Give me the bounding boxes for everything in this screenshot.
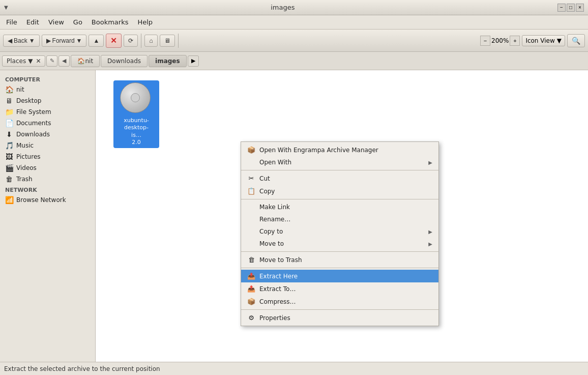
stop-icon: ✕ xyxy=(110,36,117,45)
ctx-make-link-label: Make Link xyxy=(259,204,290,211)
breadcrumb-nit-label: nit xyxy=(85,57,93,65)
home-button[interactable]: ⌂ xyxy=(144,35,157,47)
home-icon: 🏠 xyxy=(5,85,13,94)
minimize-button[interactable]: − xyxy=(557,4,566,12)
sidebar-item-trash-label: Trash xyxy=(16,176,33,183)
ctx-copy-to[interactable]: Copy to ▶ xyxy=(241,225,438,238)
network-icon: 📶 xyxy=(5,196,13,204)
breadcrumb-downloads[interactable]: Downloads xyxy=(101,55,148,67)
sidebar-item-music[interactable]: 🎵 Music xyxy=(0,140,95,151)
ctx-extract-here-label: Extract Here xyxy=(259,273,298,280)
ctx-properties[interactable]: ⚙ Properties xyxy=(241,311,438,324)
next-location-button[interactable]: ▶ xyxy=(188,55,199,67)
sidebar-item-nit[interactable]: 🏠 nit xyxy=(0,84,95,95)
sidebar-item-desktop-label: Desktop xyxy=(16,97,42,104)
breadcrumb-home-icon: 🏠 xyxy=(77,57,85,65)
home-icon: ⌂ xyxy=(149,37,153,44)
music-icon: 🎵 xyxy=(5,141,13,150)
forward-arrow-icon: ▶ xyxy=(46,37,51,44)
back-button[interactable]: ◀ Back ▼ xyxy=(3,35,40,47)
ctx-make-link[interactable]: Make Link xyxy=(241,201,438,213)
menubar-item-edit[interactable]: Edit xyxy=(22,17,43,27)
videos-icon: 🎬 xyxy=(5,164,13,172)
places-close-icon[interactable]: ✕ xyxy=(36,57,41,65)
zoom-value: 200% xyxy=(491,37,509,44)
ctx-separator-3 xyxy=(241,251,438,252)
forward-label: Forward xyxy=(52,37,75,44)
close-button[interactable]: × xyxy=(576,4,584,12)
filesystem-icon: 📁 xyxy=(5,108,13,116)
ctx-open-with-engrampa[interactable]: 📦 Open With Engrampa Archive Manager xyxy=(241,143,438,156)
file-item-xubuntu[interactable]: xubuntu-desktop-is…2.0 xyxy=(113,80,159,148)
view-select[interactable]: Icon View ▼ xyxy=(522,35,565,46)
back-label: Back xyxy=(14,37,27,44)
stop-button[interactable]: ✕ xyxy=(106,34,122,48)
sidebar-item-downloads[interactable]: ⬇ Downloads xyxy=(0,129,95,140)
sidebar-item-browse-network[interactable]: 📶 Browse Network xyxy=(0,194,95,206)
sidebar-item-pictures-label: Pictures xyxy=(16,153,41,160)
sidebar-item-music-label: Music xyxy=(16,142,34,149)
ctx-separator-4 xyxy=(241,268,438,268)
edit-path-button[interactable]: ✎ xyxy=(46,55,57,67)
ctx-move-to-trash-label: Move to Trash xyxy=(259,256,302,264)
zoom-in-button[interactable]: + xyxy=(510,36,520,46)
content-area: xubuntu-desktop-is…2.0 📦 Open With Engra… xyxy=(96,70,588,362)
breadcrumb-images[interactable]: images xyxy=(149,55,187,67)
ctx-extract-here[interactable]: 📤 Extract Here xyxy=(241,270,438,282)
back-dropdown-icon: ▼ xyxy=(29,37,35,44)
sidebar-item-documents-label: Documents xyxy=(16,120,51,127)
extract-to-icon: 📤 xyxy=(247,285,255,293)
documents-icon: 📄 xyxy=(5,119,13,127)
open-with-arrow-icon: ▶ xyxy=(428,160,432,165)
reload-button[interactable]: ⟳ xyxy=(124,35,138,47)
desktop-icon: 🖥 xyxy=(5,97,13,105)
ctx-separator-2 xyxy=(241,199,438,199)
sidebar-item-documents[interactable]: 📄 Documents xyxy=(0,118,95,129)
forward-button[interactable]: ▶ Forward ▼ xyxy=(42,35,87,47)
ctx-move-to[interactable]: Move to ▶ xyxy=(241,238,438,250)
move-to-arrow-icon: ▶ xyxy=(428,241,432,247)
zoom-out-button[interactable]: − xyxy=(480,36,490,46)
menubar-item-go[interactable]: Go xyxy=(69,17,86,27)
sidebar-item-filesystem[interactable]: 📁 File System xyxy=(0,106,95,118)
up-button[interactable]: ▲ xyxy=(89,35,104,47)
sidebar-item-pictures[interactable]: 🖼 Pictures xyxy=(0,151,95,162)
sidebar: Computer 🏠 nit 🖥 Desktop 📁 File System 📄… xyxy=(0,70,96,362)
ctx-copy[interactable]: 📋 Copy xyxy=(241,185,438,197)
menubar-item-help[interactable]: Help xyxy=(133,17,157,27)
breadcrumb-images-label: images xyxy=(155,57,180,65)
view-label: Icon View xyxy=(525,37,554,44)
search-button[interactable]: 🔍 xyxy=(567,34,585,47)
menubar-item-file[interactable]: File xyxy=(2,17,21,27)
prev-location-button[interactable]: ◀ xyxy=(58,55,70,67)
back-arrow-icon: ◀ xyxy=(8,37,12,44)
ctx-open-with[interactable]: Open With ▶ xyxy=(241,156,438,168)
file-label: xubuntu-desktop-is…2.0 xyxy=(124,117,149,146)
titlebar-menu[interactable]: ▼ xyxy=(4,5,8,10)
computer-button[interactable]: 🖥 xyxy=(160,35,175,47)
breadcrumb-nit[interactable]: 🏠 nit xyxy=(71,55,100,67)
reload-icon: ⟳ xyxy=(128,37,133,44)
sidebar-item-trash[interactable]: 🗑 Trash xyxy=(0,174,95,185)
breadcrumb-bar: Places ▼ ✕ ✎ ◀ 🏠 nit Downloads images ▶ xyxy=(0,52,588,70)
extract-here-icon: 📤 xyxy=(247,272,255,280)
titlebar-controls: − □ × xyxy=(557,4,584,12)
menubar-item-bookmarks[interactable]: Bookmarks xyxy=(87,17,133,27)
menubar-item-view[interactable]: View xyxy=(44,17,68,27)
ctx-rename[interactable]: Rename… xyxy=(241,213,438,225)
maximize-button[interactable]: □ xyxy=(567,4,575,12)
copy-to-arrow-icon: ▶ xyxy=(428,229,432,235)
ctx-compress[interactable]: 📦 Compress… xyxy=(241,295,438,308)
ctx-move-to-label: Move to xyxy=(259,240,284,247)
sidebar-item-videos[interactable]: 🎬 Videos xyxy=(0,162,95,174)
ctx-extract-to[interactable]: 📤 Extract To… xyxy=(241,282,438,295)
ctx-rename-label: Rename… xyxy=(259,216,290,223)
ctx-move-to-trash[interactable]: 🗑 Move to Trash xyxy=(241,253,438,266)
main-layout: Computer 🏠 nit 🖥 Desktop 📁 File System 📄… xyxy=(0,70,588,362)
ctx-open-with-label: Open With xyxy=(259,159,291,166)
context-menu: 📦 Open With Engrampa Archive Manager Ope… xyxy=(241,141,439,326)
toolbar-separator-2 xyxy=(178,34,179,48)
sidebar-item-desktop[interactable]: 🖥 Desktop xyxy=(0,95,95,106)
sidebar-item-filesystem-label: File System xyxy=(16,108,51,116)
ctx-cut[interactable]: ✂ Cut xyxy=(241,172,438,185)
